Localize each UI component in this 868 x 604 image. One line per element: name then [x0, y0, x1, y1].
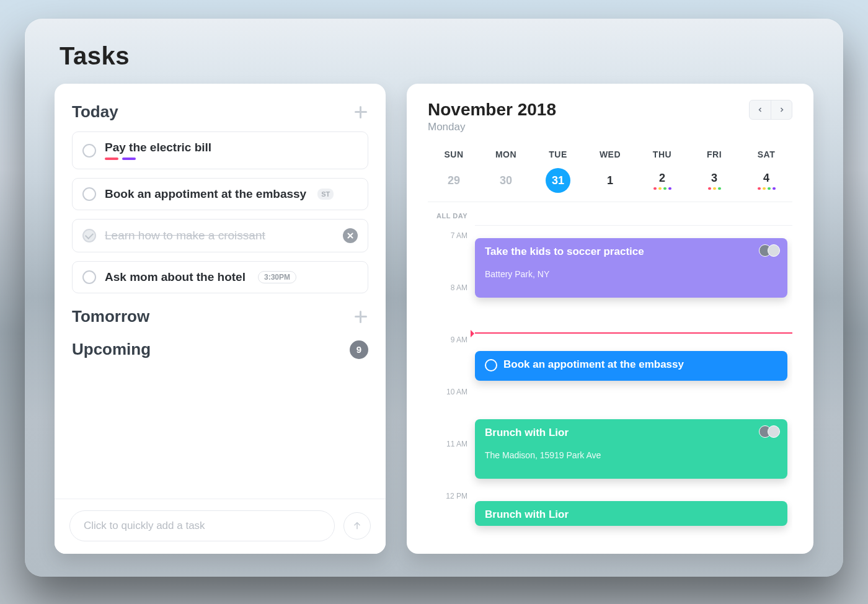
weekday-label: WED — [584, 149, 636, 159]
task-checkbox[interactable] — [82, 144, 96, 158]
date-number: 2 — [659, 172, 665, 185]
calendar-panel: November 2018 Monday SUNMONTUEWEDTHUFRIS… — [407, 84, 813, 554]
events-column-wrap: Take the kids to soccer practiceBattery … — [475, 206, 792, 554]
event-dot — [658, 187, 662, 190]
event-dot — [663, 187, 666, 190]
quick-add-submit-button[interactable] — [343, 512, 371, 540]
add-task-today-button[interactable] — [353, 105, 368, 120]
task-item[interactable]: Pay the electric bill — [72, 131, 368, 169]
task-body: Pay the electric bill — [105, 141, 211, 160]
app-window: Tasks Today Pay the electric bill — [25, 19, 843, 577]
date-cell[interactable]: 4 — [740, 172, 792, 190]
date-number: 1 — [607, 174, 613, 187]
all-day-label: ALL DAY — [428, 206, 475, 226]
date-cell[interactable]: 31 — [532, 168, 584, 193]
quick-add-input[interactable]: Click to quickly add a task — [69, 510, 335, 541]
prev-week-button[interactable] — [750, 100, 771, 119]
event-dot — [758, 187, 761, 190]
event-attendees — [763, 425, 780, 438]
tag-dot — [105, 158, 118, 160]
current-time-indicator — [475, 332, 792, 334]
calendar-event[interactable]: Take the kids to soccer practiceBattery … — [475, 238, 787, 298]
date-cell[interactable]: 2 — [636, 172, 688, 190]
hour-label: 12 PM — [428, 492, 475, 544]
weekday-label: FRI — [688, 149, 740, 159]
event-title: Brunch with Lior — [485, 427, 569, 438]
event-dots — [653, 187, 671, 190]
event-dots — [758, 187, 776, 190]
chevron-left-icon — [756, 106, 764, 113]
task-checkbox[interactable] — [82, 187, 96, 201]
date-number: 31 — [546, 168, 570, 193]
calendar-header: November 2018 Monday — [428, 100, 792, 133]
next-week-button[interactable] — [771, 100, 792, 119]
calendar-event[interactable]: Brunch with Lior — [475, 501, 787, 526]
event-dot — [773, 187, 776, 190]
weekday-label: TUE — [532, 149, 584, 159]
weekday-label: SUN — [428, 149, 480, 159]
date-cell[interactable]: 29 — [428, 174, 480, 187]
tasks-panel: Today Pay the electric bill B — [55, 84, 386, 554]
task-text: Learn how to make a croissant — [105, 229, 265, 242]
task-checkbox[interactable] — [82, 270, 96, 284]
hours-column: ALL DAY 7 AM8 AM9 AM10 AM11 AM12 PM — [428, 206, 475, 554]
section-label-upcoming: Upcoming — [72, 340, 151, 359]
event-dot — [653, 187, 657, 190]
date-cell[interactable]: 30 — [480, 174, 532, 187]
weekday-label: SAT — [740, 149, 792, 159]
quick-add-bar: Click to quickly add a task — [55, 499, 386, 554]
hour-label: 10 AM — [428, 388, 475, 440]
date-row: 2930311234 — [428, 168, 792, 202]
task-item[interactable]: Ask mom about the hotel 3:30PM — [72, 261, 368, 293]
weekday-label: MON — [480, 149, 532, 159]
task-item[interactable]: Book an appotiment at the embassy ST — [72, 178, 368, 210]
task-item-completed[interactable]: Learn how to make a croissant — [72, 219, 368, 252]
event-title: Book an appotiment at the embassy — [503, 358, 684, 370]
add-task-tomorrow-button[interactable] — [353, 309, 368, 324]
event-location: Battery Park, NY — [485, 269, 777, 279]
task-badge: ST — [317, 189, 334, 200]
task-tags — [105, 158, 211, 160]
hour-labels: 7 AM8 AM9 AM10 AM11 AM12 PM — [428, 226, 475, 544]
section-header-tomorrow: Tomorrow — [72, 307, 368, 326]
date-number: 3 — [711, 172, 717, 185]
hour-label: 11 AM — [428, 440, 475, 492]
section-label-tomorrow: Tomorrow — [72, 307, 149, 326]
calendar-title: November 2018 — [428, 100, 556, 120]
date-number: 30 — [500, 174, 512, 187]
date-number: 4 — [763, 172, 769, 185]
calendar-event[interactable]: Book an appotiment at the embassy — [475, 351, 787, 381]
event-dots — [708, 187, 721, 190]
event-dot — [708, 187, 711, 190]
chevron-right-icon — [778, 106, 786, 113]
section-header-upcoming: Upcoming 9 — [72, 340, 368, 359]
weekday-row: SUNMONTUEWEDTHUFRISAT — [428, 149, 792, 159]
task-checkbox-done[interactable] — [82, 229, 96, 242]
upcoming-count: 9 — [350, 340, 368, 359]
calendar-event[interactable]: Brunch with LiorThe Madison, 15919 Park … — [475, 419, 787, 479]
timeline: ALL DAY 7 AM8 AM9 AM10 AM11 AM12 PM Take… — [428, 206, 792, 554]
all-day-lane — [475, 206, 792, 226]
tag-dot — [122, 158, 136, 160]
task-text: Book an appotiment at the embassy — [105, 187, 306, 201]
event-title: Take the kids to soccer practice — [485, 246, 644, 257]
tasks-scroll: Today Pay the electric bill B — [55, 84, 386, 499]
dismiss-task-button[interactable] — [343, 228, 358, 243]
date-cell[interactable]: 3 — [688, 172, 740, 190]
task-text: Ask mom about the hotel — [105, 270, 246, 284]
event-dot — [718, 187, 721, 190]
hour-label: 8 AM — [428, 283, 475, 335]
event-location: The Madison, 15919 Park Ave — [485, 450, 777, 460]
avatar — [768, 425, 780, 438]
date-cell[interactable]: 1 — [584, 174, 636, 187]
calendar-subtitle: Monday — [428, 121, 556, 133]
hour-label: 9 AM — [428, 335, 475, 388]
event-checkbox[interactable] — [485, 359, 497, 371]
task-text: Pay the electric bill — [105, 141, 211, 154]
hour-label: 7 AM — [428, 231, 475, 283]
event-dot — [713, 187, 716, 190]
event-dot — [668, 187, 671, 190]
calendar-nav — [749, 100, 792, 120]
main-columns: Today Pay the electric bill B — [55, 84, 813, 554]
events-column[interactable]: Take the kids to soccer practiceBattery … — [475, 226, 792, 231]
